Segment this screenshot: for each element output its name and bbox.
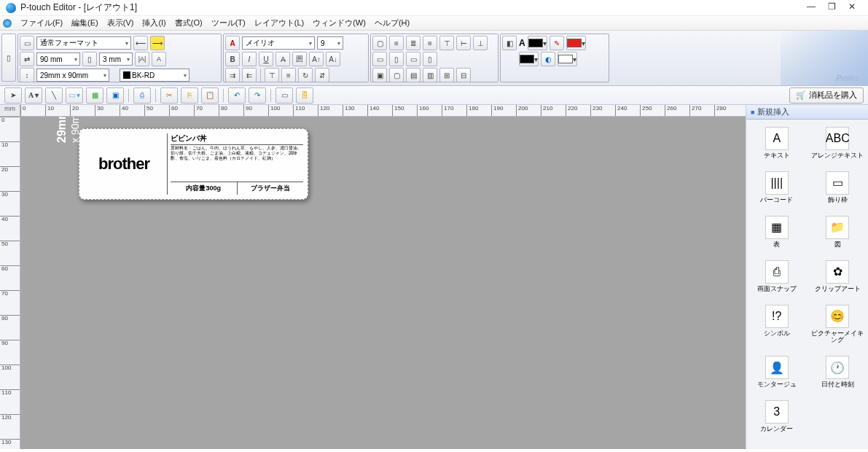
distribute-v-button[interactable]: ▯ [389,52,404,66]
align-bottom-button[interactable]: ⊥ [473,36,488,50]
bold-button[interactable]: B [225,52,240,66]
bring-front-button[interactable]: ▣ [372,68,387,82]
rtl-button[interactable]: ⇇ [242,68,257,82]
canvas[interactable]: 29mmx 90mm brother ビビンバ丼 原材料名：ごはん、牛肉、ほうれ… [20,117,746,449]
align-left-button[interactable]: ≡ [389,36,404,50]
image-tool[interactable]: ▦ [86,87,103,104]
database-button[interactable]: 🗄 [296,87,313,104]
align-center-button[interactable]: ≣ [406,36,421,50]
ungroup-button[interactable]: ⊟ [456,68,471,82]
fill-color-button[interactable]: ▾ [566,36,586,50]
label-maker[interactable]: ブラザー弁当 [238,182,304,195]
direction-v-button[interactable]: A [152,52,166,66]
pointer-tool[interactable]: ➤ [4,87,22,104]
align-right-button[interactable]: ≡ [423,36,437,50]
group-button[interactable]: ⊞ [439,68,454,82]
ruler-horizontal[interactable]: 0102030405060708090100110120130140150160… [20,105,746,117]
italic-button[interactable]: I [242,52,257,66]
insert-画面スナップ[interactable]: ⎙画面スナップ [748,256,806,297]
insert-アレンジテキスト[interactable]: ABCアレンジテキスト [809,122,867,164]
line-color-icon[interactable]: ✎ [550,36,564,50]
shape-icon[interactable]: ◧ [502,36,517,50]
text-color-button[interactable]: ▾ [528,36,547,50]
undo-button[interactable]: ↶ [228,87,246,104]
width-select[interactable]: 90 mm [36,52,80,66]
format-select[interactable]: 通常フォーマット [36,36,131,50]
print-button[interactable]: ⎙ [133,87,151,104]
font-name-select[interactable]: メイリオ [242,36,315,50]
flip-button[interactable]: ⇵ [315,68,329,82]
label-heading[interactable]: ビビンバ丼 [171,133,303,145]
close-button[interactable]: ✕ [842,1,862,15]
send-back-button[interactable]: ▢ [389,68,404,82]
rotate-button[interactable]: ↻ [298,68,313,82]
menu-insert[interactable]: 挿入(I) [138,16,170,30]
insert-表[interactable]: ▦表 [748,211,806,253]
orientation-button[interactable]: ▭ [20,36,34,50]
insert-飾り枠[interactable]: ▭飾り枠 [809,167,867,209]
label-net[interactable]: 内容量300g [171,182,238,195]
cut-button[interactable]: ✂ [160,87,178,104]
redo-button[interactable]: ↷ [249,87,266,104]
tape-select[interactable]: BK-RD [120,69,189,82]
underline-button[interactable]: U [259,52,273,66]
minimize-button[interactable]: — [801,1,821,15]
valign-top-button[interactable]: ⊤ [265,68,279,82]
same-height-button[interactable]: ▯ [423,52,437,66]
grow-font-button[interactable]: A↑ [309,52,324,66]
align-top-button[interactable]: ⊤ [439,36,454,50]
transparency-icon[interactable]: ◐ [541,52,555,66]
font-color-icon[interactable]: A [225,36,240,50]
font-size-select[interactable]: 9 [317,36,343,50]
valign-mid-button[interactable]: ≡ [281,68,296,82]
ltr-button[interactable]: ⇉ [225,68,240,82]
insert-クリップアート[interactable]: ✿クリップアート [809,256,867,297]
align-middle-button[interactable]: ⊢ [456,36,471,50]
maximize-button[interactable]: ❐ [821,1,842,15]
consumables-button[interactable]: 🛒 消耗品を購入 [789,87,864,104]
menu-window[interactable]: ウィンドウ(W) [308,16,370,30]
paste-button[interactable]: 📋 [201,87,219,104]
bring-forward-button[interactable]: ▤ [406,68,421,82]
label-artboard[interactable]: brother ビビンバ丼 原材料名：ごはん、牛肉、ほうれん草、もやし、人参、濃… [79,128,308,200]
text-tool[interactable]: A ▾ [25,87,42,104]
shape-tool[interactable]: ▭ ▾ [66,87,83,104]
strike-button[interactable]: A̶ [275,52,290,66]
line-tool[interactable]: ╲ [45,87,63,104]
same-width-button[interactable]: ▭ [406,52,421,66]
outline-color-button[interactable]: ▾ [558,52,577,66]
menu-file[interactable]: ファイル(F) [16,16,67,30]
feed-right-button[interactable]: ⟶ [150,36,165,50]
feed-left-button[interactable]: ⟵ [133,36,148,50]
label-logo[interactable]: brother [84,133,164,195]
copy-button[interactable]: ⎘ [181,87,198,104]
insert-図[interactable]: 📁図 [809,211,867,253]
insert-バーコード[interactable]: ||||バーコード [748,167,806,209]
frame-button[interactable]: 囲 [292,52,307,66]
ruler-vertical[interactable]: 0102030405060708090100110120130 [0,117,20,449]
insert-シンボル[interactable]: !?シンボル [748,300,806,349]
direction-h-button[interactable]: |A| [135,52,149,66]
insert-カレンダー[interactable]: 3カレンダー [748,396,806,437]
insert-ピクチャーメイキング[interactable]: 😊ピクチャーメイキング [809,300,867,349]
insert-日付と時刻[interactable]: 🕐日付と時刻 [809,351,867,393]
shrink-font-button[interactable]: A↓ [326,52,340,66]
size-select[interactable]: 29mm x 90mm [36,69,109,82]
group-icon[interactable]: ▢ [372,36,387,50]
menu-view[interactable]: 表示(V) [103,16,138,30]
margin-icon[interactable]: ▯ [82,52,97,66]
zoom-button[interactable]: ▭ [275,87,293,104]
label-ingredients[interactable]: 原材料名：ごはん、牛肉、ほうれん草、もやし、人参、濃口醤油、切り餅、切干大根、ご… [171,146,303,181]
height-select[interactable]: 3 mm [99,52,133,66]
insert-モンタージュ[interactable]: 👤モンタージュ [748,351,806,393]
distribute-h-button[interactable]: ▭ [372,52,387,66]
menu-edit[interactable]: 編集(E) [67,16,103,30]
screenshot-tool[interactable]: ▣ [106,87,124,104]
send-backward-button[interactable]: ▥ [423,68,437,82]
menu-tools[interactable]: ツール(T) [207,16,250,30]
menu-help[interactable]: ヘルプ(H) [370,16,414,30]
bg-color-button[interactable]: ▾ [519,52,539,66]
panel-handle[interactable]: ▯ [1,34,16,82]
insert-テキスト[interactable]: Aテキスト [748,122,806,164]
menu-format[interactable]: 書式(O) [171,16,207,30]
